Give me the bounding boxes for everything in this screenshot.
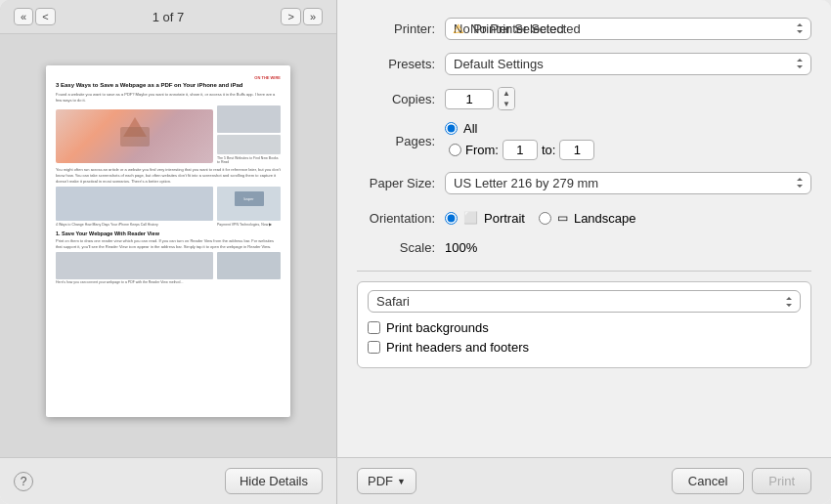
printer-select[interactable]: No Printer Selected <box>445 18 811 40</box>
nav-buttons-right: > » <box>281 8 323 25</box>
last-page-button[interactable]: » <box>303 8 323 25</box>
paper-size-control: US Letter 216 by 279 mm <box>445 172 811 194</box>
pdf-label: PDF <box>368 474 393 488</box>
print-backgrounds-label: Print backgrounds <box>386 320 489 335</box>
on-the-wire-label: ON THE WIRE <box>254 75 281 80</box>
pages-from-label: From: <box>465 143 499 157</box>
copies-input[interactable] <box>445 89 494 109</box>
settings-divider <box>357 271 811 272</box>
paper-size-label: Paper Size: <box>357 176 445 190</box>
thumbnail-body2: You might often run across an article or… <box>56 167 281 184</box>
pages-to-label: to: <box>542 143 555 157</box>
bottom-right-section: PDF ▼ Cancel Print <box>337 458 831 504</box>
pages-all-label: All <box>463 121 477 136</box>
landscape-icon: ▭ <box>557 211 568 225</box>
thumbnail-side-image2 <box>217 135 281 154</box>
presets-control: Default Settings <box>445 53 811 75</box>
settings-panel: Printer: No Printer Selected ⚠ No Printe… <box>337 0 831 457</box>
pages-range-row: From: to: <box>449 140 811 160</box>
portrait-label: Portrait <box>484 211 525 226</box>
safari-select-row: Safari <box>368 290 801 313</box>
thumbnail-section1: 1. Save Your Webpage With Reader View <box>56 231 281 236</box>
printer-label: Printer: <box>357 21 445 36</box>
bottom-left-section: ? Hide Details <box>0 458 337 504</box>
landscape-radio[interactable] <box>539 212 551 225</box>
pages-row: Pages: All From: to: <box>357 121 811 160</box>
page-thumbnail: ON THE WIRE 3 Easy Ways to Save a Webpag… <box>46 65 290 417</box>
safari-section: Safari Print backgrounds Print headers a… <box>357 281 811 368</box>
print-button[interactable]: Print <box>752 468 811 494</box>
print-headers-footers-checkbox[interactable] <box>368 341 380 354</box>
landscape-label: Landscape <box>574 211 636 226</box>
presets-select[interactable]: Default Settings <box>445 53 811 75</box>
landscape-row: ▭ Landscape <box>539 211 636 226</box>
paper-size-select[interactable]: US Letter 216 by 279 mm <box>445 172 811 194</box>
pages-control: All From: to: <box>445 121 811 160</box>
print-backgrounds-row: Print backgrounds <box>368 320 801 335</box>
thumbnail-caption3: Payment VPN Technologies, Now ▶ <box>217 223 281 227</box>
thumbnail-caption2: 4 Ways to Change How Many Days Your iPho… <box>56 223 213 227</box>
print-dialog: « < 1 of 7 > » ON THE WIRE 3 Easy Ways t… <box>0 0 831 504</box>
portrait-row: ⬜ Portrait <box>445 211 525 226</box>
copies-stepper: ▲ ▼ <box>498 87 515 110</box>
pdf-chevron-icon: ▼ <box>397 477 406 486</box>
thumbnail-image2 <box>56 187 213 221</box>
bottom-bar: ? Hide Details PDF ▼ Cancel Print <box>0 457 831 504</box>
help-button[interactable]: ? <box>14 472 33 491</box>
action-buttons: Cancel Print <box>672 468 811 494</box>
dialog-body: « < 1 of 7 > » ON THE WIRE 3 Easy Ways t… <box>0 0 831 457</box>
print-backgrounds-checkbox[interactable] <box>368 321 380 334</box>
copies-row: Copies: ▲ ▼ <box>357 86 811 111</box>
copies-decrement[interactable]: ▼ <box>499 99 514 109</box>
thumbnail-side-image1 <box>217 105 281 133</box>
copies-label: Copies: <box>357 92 445 106</box>
presets-label: Presets: <box>357 57 445 71</box>
prev-page-button[interactable]: < <box>35 8 55 25</box>
paper-size-row: Paper Size: US Letter 216 by 279 mm <box>357 170 811 195</box>
nav-buttons-left: « < <box>14 8 56 25</box>
printer-control: No Printer Selected ⚠ No Printer Selecte… <box>445 18 811 40</box>
orientation-control: ⬜ Portrait ▭ Landscape <box>445 211 811 226</box>
pdf-button[interactable]: PDF ▼ <box>357 468 416 494</box>
thumbnail-caption4: Here's how you can convert your webpage … <box>56 280 213 284</box>
preview-area: ON THE WIRE 3 Easy Ways to Save a Webpag… <box>36 34 300 447</box>
thumbnail-image3 <box>56 252 213 279</box>
pages-from-input[interactable] <box>503 140 538 160</box>
print-headers-footers-label: Print headers and footers <box>386 340 529 355</box>
portrait-icon: ⬜ <box>463 211 478 225</box>
cancel-button[interactable]: Cancel <box>672 468 744 494</box>
thumbnail-side-caption1: The 5 Best Websites to Find New Books to… <box>217 156 281 164</box>
scale-label: Scale: <box>357 240 445 255</box>
copies-control: ▲ ▼ <box>445 87 811 110</box>
thumbnail-image4 <box>217 252 281 279</box>
presets-row: Presets: Default Settings <box>357 51 811 76</box>
pages-from-radio[interactable] <box>449 144 461 156</box>
pages-all-row: All <box>445 121 811 136</box>
orientation-row: Orientation: ⬜ Portrait ▭ Landscape <box>357 205 811 231</box>
printer-row: Printer: No Printer Selected ⚠ No Printe… <box>357 16 811 41</box>
safari-select[interactable]: Safari <box>368 290 801 313</box>
pages-to-input[interactable] <box>559 140 594 160</box>
preview-nav: « < 1 of 7 > » <box>0 0 336 34</box>
pages-label: Pages: <box>357 134 445 148</box>
thumbnail-title: 3 Easy Ways to Save a Webpage as a PDF o… <box>56 82 281 90</box>
print-headers-row: Print headers and footers <box>368 340 801 355</box>
thumbnail-side-image3: kaper <box>217 187 281 221</box>
thumbnail-main-image <box>56 109 213 163</box>
scale-row: Scale: 100% <box>357 240 811 255</box>
pages-all-radio[interactable] <box>445 122 458 135</box>
orientation-label: Orientation: <box>357 211 445 226</box>
thumbnail-body1: Found a website you want to save as a PD… <box>56 92 281 103</box>
page-indicator: 1 of 7 <box>153 10 185 24</box>
hide-details-button[interactable]: Hide Details <box>225 468 323 494</box>
preview-panel: « < 1 of 7 > » ON THE WIRE 3 Easy Ways t… <box>0 0 337 457</box>
next-page-button[interactable]: > <box>281 8 300 25</box>
first-page-button[interactable]: « <box>14 8 33 25</box>
scale-value: 100% <box>445 240 477 255</box>
copies-increment[interactable]: ▲ <box>499 88 514 99</box>
portrait-radio[interactable] <box>445 212 458 225</box>
thumbnail-section1-body: Print on them to draw one reader view wh… <box>56 238 281 249</box>
